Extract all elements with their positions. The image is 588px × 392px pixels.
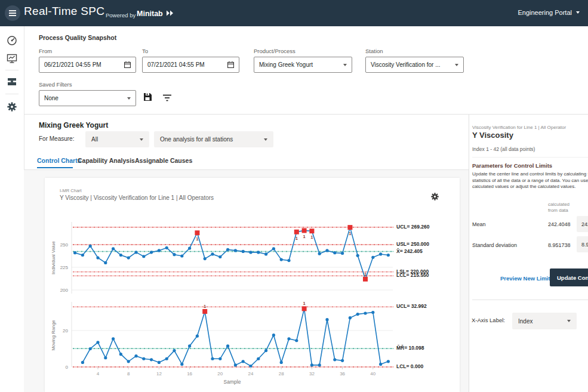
- data-point: [387, 254, 390, 257]
- update-control-limits-button[interactable]: Update Control Limits: [550, 268, 588, 286]
- data-point: [96, 256, 99, 259]
- data-point: [257, 251, 260, 254]
- chart-type-label: I-MR Chart: [60, 188, 82, 193]
- y-axis-title: Moving Range: [51, 320, 56, 351]
- save-filter-button[interactable]: [143, 92, 152, 104]
- tab-capability-analysis[interactable]: Capability Analysis: [78, 157, 135, 164]
- data-point: [81, 361, 84, 364]
- data-point: [272, 334, 275, 337]
- sidebar-divider: [5, 70, 19, 70]
- to-date-input[interactable]: [142, 57, 239, 73]
- params-description: Update the center line and control limit…: [472, 171, 588, 190]
- analysis-value: One analysis for all stations: [160, 136, 233, 143]
- gear-icon: [430, 192, 439, 201]
- data-point: [150, 358, 153, 361]
- xaxis-value: Index: [518, 318, 532, 325]
- std-input[interactable]: [577, 236, 588, 252]
- sidebar-item-settings[interactable]: [7, 101, 17, 112]
- flagged-point: [302, 306, 307, 311]
- sidebar-item-dashboard[interactable]: [7, 35, 17, 46]
- chart-title: Y Viscosity | Viscosity Verification for…: [60, 195, 214, 201]
- x-tick-label: 8: [127, 371, 130, 376]
- app-root: Real-Time SPC Powered by Minitab Enginee…: [0, 0, 588, 392]
- data-point: [387, 360, 390, 363]
- section-divider: [24, 114, 588, 115]
- station-select[interactable]: Viscosity Verification for ...: [365, 57, 464, 73]
- saved-filters-select[interactable]: None: [39, 90, 136, 106]
- data-point: [333, 251, 336, 254]
- hamburger-menu-icon[interactable]: [5, 5, 20, 21]
- sidebar-item-data-storage[interactable]: [7, 76, 17, 87]
- from-date-value[interactable]: [44, 61, 124, 68]
- chevron-down-icon: [343, 64, 347, 66]
- flagged-point: [202, 309, 207, 314]
- data-point: [318, 252, 321, 255]
- station-value: Viscosity Verification for ...: [371, 61, 441, 68]
- panel-divider: [472, 300, 588, 300]
- data-point: [218, 357, 221, 360]
- chevron-down-icon: [264, 138, 267, 141]
- y-tick-label: 200: [60, 288, 69, 293]
- data-point: [204, 257, 207, 260]
- calendar-icon: [124, 61, 131, 68]
- from-date-input[interactable]: [39, 57, 136, 73]
- app-title: Real-Time SPC: [24, 5, 104, 18]
- measure-select[interactable]: All: [85, 131, 149, 147]
- x-tick-label: 4: [97, 371, 100, 376]
- preview-new-limits-link[interactable]: Preview New Limits: [500, 275, 553, 282]
- calendar-icon: [227, 61, 234, 68]
- data-point: [81, 254, 84, 257]
- y-tick-label: 250: [60, 242, 69, 248]
- chevron-down-icon: [455, 64, 458, 66]
- brand-name: Minitab: [137, 10, 163, 18]
- xaxis-select[interactable]: Index: [512, 313, 577, 329]
- data-point: [356, 254, 359, 257]
- tab-control-charts[interactable]: Control Charts: [37, 157, 81, 164]
- mean-input[interactable]: [577, 216, 588, 232]
- save-icon: [143, 92, 152, 101]
- std-calculated-value: 8.951738: [548, 242, 571, 248]
- data-point: [188, 344, 191, 347]
- chart-settings-button[interactable]: [430, 192, 439, 203]
- data-point: [364, 311, 367, 314]
- sidebar-item-monitoring[interactable]: [7, 53, 17, 64]
- panel-divider: [472, 157, 588, 158]
- tab-assignable-causes[interactable]: Assignable Causes: [135, 157, 192, 164]
- to-date-value[interactable]: [147, 61, 227, 68]
- data-point: [272, 247, 275, 250]
- data-point: [218, 255, 221, 258]
- data-point: [104, 261, 107, 264]
- data-point: [264, 349, 267, 352]
- y-axis-title: Individual Value: [51, 241, 56, 274]
- data-point: [257, 357, 260, 360]
- x-tick-label: 28: [279, 371, 284, 376]
- saved-filters-label: Saved Filters: [39, 81, 72, 88]
- data-point: [280, 258, 283, 261]
- product-select[interactable]: Mixing Greek Yogurt: [254, 57, 352, 73]
- panel-title: Y Viscosity: [472, 131, 513, 140]
- flagged-point: [195, 230, 199, 235]
- data-point: [89, 347, 92, 350]
- for-measure-label: For Measure:: [39, 135, 74, 142]
- data-point: [127, 256, 130, 259]
- flag-label: 1: [310, 234, 313, 240]
- chevron-down-icon: [127, 97, 131, 100]
- data-point: [196, 335, 199, 338]
- data-point: [180, 254, 183, 257]
- panel-divider: [469, 115, 469, 392]
- x-tick-label: 32: [309, 371, 315, 376]
- flagged-point: [309, 229, 314, 233]
- params-title: Parameters for Control Limits: [472, 162, 552, 169]
- data-point: [333, 358, 336, 361]
- flagged-point: [302, 228, 307, 233]
- portal-selector[interactable]: Engineering Portal: [518, 9, 580, 16]
- mean-label: Mean: [472, 221, 486, 227]
- data-point: [96, 341, 99, 344]
- data-point: [134, 354, 137, 357]
- minitab-logo-icon: [166, 10, 174, 16]
- data-point: [119, 353, 122, 356]
- analysis-select[interactable]: One analysis for all stations: [154, 131, 273, 147]
- data-point: [89, 245, 92, 248]
- y-tick-label: 20: [63, 328, 68, 334]
- filter-button[interactable]: [162, 94, 172, 104]
